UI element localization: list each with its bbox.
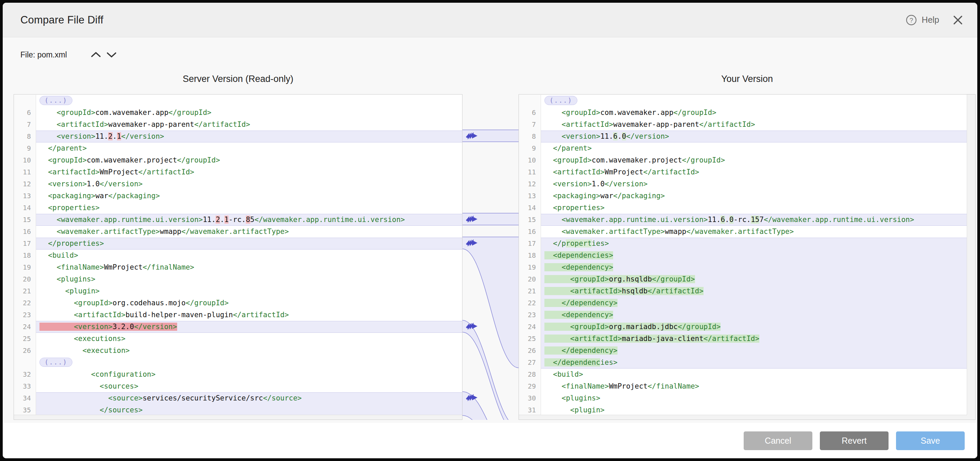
- code-line[interactable]: 28 <build>: [519, 369, 967, 380]
- close-icon: [953, 15, 963, 25]
- line-number: 11: [519, 166, 541, 178]
- code-line[interactable]: 18 <dependencies>: [519, 250, 967, 261]
- code-line: 23 <artifactId>build-helper-maven-plugin…: [14, 309, 462, 321]
- server-version-pane: (...)6 <groupId>com.wavemaker.app</group…: [14, 94, 463, 420]
- code-text: </parent>: [36, 143, 462, 154]
- server-version-code: (...)6 <groupId>com.wavemaker.app</group…: [14, 95, 462, 415]
- code-text: (...): [541, 95, 967, 107]
- code-line: 9 </parent>: [14, 143, 462, 154]
- code-line: 26 <execution>: [14, 345, 462, 357]
- code-line[interactable]: 27 </dependencies>: [519, 357, 967, 369]
- line-number: 16: [519, 226, 541, 238]
- code-line[interactable]: 23 <dependency>: [519, 309, 967, 321]
- right-vertical-scrollbar[interactable]: [967, 94, 975, 420]
- code-text: <version>11.2.1</version>: [36, 130, 462, 143]
- code-text: <plugins>: [541, 392, 967, 404]
- collapsed-lines-badge[interactable]: (...): [544, 96, 578, 105]
- line-number: [14, 95, 36, 107]
- code-text: <groupId>com.wavemaker.app</groupId>: [36, 107, 462, 119]
- code-line: 15 <wavemaker.app.runtime.ui.version>11.…: [14, 214, 462, 226]
- code-line[interactable]: 17 </properties>: [519, 238, 967, 250]
- code-line[interactable]: 8 <version>11.6.0</version>: [519, 130, 967, 143]
- code-line: 32 <configuration>: [14, 369, 462, 380]
- collapsed-lines-badge[interactable]: (...): [40, 358, 72, 367]
- code-text: </parent>: [541, 143, 967, 154]
- line-number: 13: [14, 190, 36, 202]
- line-number: 20: [14, 273, 36, 285]
- chevron-down-icon: [107, 52, 117, 58]
- code-line[interactable]: 14 <properties>: [519, 202, 967, 214]
- code-text: <plugin>: [36, 285, 462, 297]
- help-label: Help: [922, 15, 939, 25]
- code-line: 16 <wavemaker.artifactType>wmapp</wavema…: [14, 226, 462, 238]
- code-text: <version>1.0</version>: [541, 178, 967, 190]
- line-number: [14, 357, 36, 369]
- help-icon: ?: [905, 14, 917, 26]
- line-number: 10: [519, 154, 541, 166]
- code-line[interactable]: 13 <packaging>war</packaging>: [519, 190, 967, 202]
- code-line[interactable]: 30 <plugins>: [519, 392, 967, 404]
- file-navigation-bar: File: pom.xml: [21, 48, 119, 62]
- code-line[interactable]: 7 <artifactId>wavemaker-app-parent</arti…: [519, 119, 967, 130]
- code-line[interactable]: 22 </dependency>: [519, 297, 967, 309]
- code-line[interactable]: 21 <artifactId>hsqldb</artifactId>: [519, 285, 967, 297]
- code-text: <dependency>: [541, 309, 967, 321]
- line-number: 9: [14, 143, 36, 154]
- code-line[interactable]: 6 <groupId>com.wavemaker.app</groupId>: [519, 107, 967, 119]
- code-line[interactable]: 16 <wavemaker.artifactType>wmapp</wavema…: [519, 226, 967, 238]
- left-horizontal-scrollbar[interactable]: [14, 415, 462, 420]
- code-line[interactable]: 11 <artifactId>WmProject</artifactId>: [519, 166, 967, 178]
- code-line[interactable]: 20 <groupId>org.hsqldb</groupId>: [519, 273, 967, 285]
- help-button[interactable]: ? Help: [905, 14, 939, 26]
- line-number: 14: [14, 202, 36, 214]
- code-line[interactable]: 29 <finalName>WmProject</finalName>: [519, 380, 967, 392]
- code-line: 11 <artifactId>WmProject</artifactId>: [14, 166, 462, 178]
- code-line[interactable]: 31 <plugin>: [519, 404, 967, 415]
- cancel-button[interactable]: Cancel: [744, 431, 812, 450]
- line-number: 6: [519, 107, 541, 119]
- code-text: (...): [36, 95, 462, 107]
- line-number: [519, 95, 541, 107]
- line-number: 10: [14, 154, 36, 166]
- line-number: 15: [519, 214, 541, 226]
- header-actions: ? Help: [905, 14, 963, 26]
- code-text: <artifactId>hsqldb</artifactId>: [541, 285, 967, 297]
- code-line[interactable]: 9 </parent>: [519, 143, 967, 154]
- code-line[interactable]: 19 <dependency>: [519, 261, 967, 273]
- code-line[interactable]: 10 <groupId>com.wavemaker.project</group…: [519, 154, 967, 166]
- code-text: <version>3.2.0</version>: [36, 321, 462, 333]
- code-line: (...): [14, 357, 462, 369]
- code-text: <artifactId>wavemaker-app-parent</artifa…: [36, 119, 462, 130]
- code-text: <artifactId>wavemaker-app-parent</artifa…: [541, 119, 967, 130]
- line-number: 18: [519, 250, 541, 261]
- code-line: 35 </sources>: [14, 404, 462, 415]
- line-number: 20: [519, 273, 541, 285]
- line-number: 13: [519, 190, 541, 202]
- collapsed-lines-badge[interactable]: (...): [40, 96, 72, 105]
- code-line[interactable]: 24 <groupId>org.mariadb.jdbc</groupId>: [519, 321, 967, 333]
- code-line: 8 <version>11.2.1</version>: [14, 130, 462, 143]
- code-text: <groupId>com.wavemaker.app</groupId>: [541, 107, 967, 119]
- previous-diff-button[interactable]: [88, 49, 104, 61]
- code-line[interactable]: 25 <artifactId>mariadb-java-client</arti…: [519, 333, 967, 345]
- revert-button[interactable]: Revert: [820, 431, 889, 450]
- next-diff-button[interactable]: [104, 49, 119, 61]
- code-line[interactable]: (...): [519, 95, 967, 107]
- code-line[interactable]: 15 <wavemaker.app.runtime.ui.version>11.…: [519, 214, 967, 226]
- close-button[interactable]: [953, 15, 963, 25]
- code-line[interactable]: 12 <version>1.0</version>: [519, 178, 967, 190]
- line-number: 12: [14, 178, 36, 190]
- code-line: 20 <plugins>: [14, 273, 462, 285]
- code-line: 12 <version>1.0</version>: [14, 178, 462, 190]
- right-horizontal-scrollbar[interactable]: [519, 415, 967, 420]
- code-line: 34 <source>services/securityService/src<…: [14, 392, 462, 404]
- code-line: 6 <groupId>com.wavemaker.app</groupId>: [14, 107, 462, 119]
- save-button[interactable]: Save: [896, 431, 965, 450]
- code-line[interactable]: 26 </dependency>: [519, 345, 967, 357]
- line-number: 27: [519, 357, 541, 369]
- right-pane-title: Your Version: [519, 72, 975, 86]
- line-number: 29: [519, 380, 541, 392]
- code-line: 7 <artifactId>wavemaker-app-parent</arti…: [14, 119, 462, 130]
- dialog-title: Compare File Diff: [21, 14, 103, 26]
- code-line: 24 <version>3.2.0</version>: [14, 321, 462, 333]
